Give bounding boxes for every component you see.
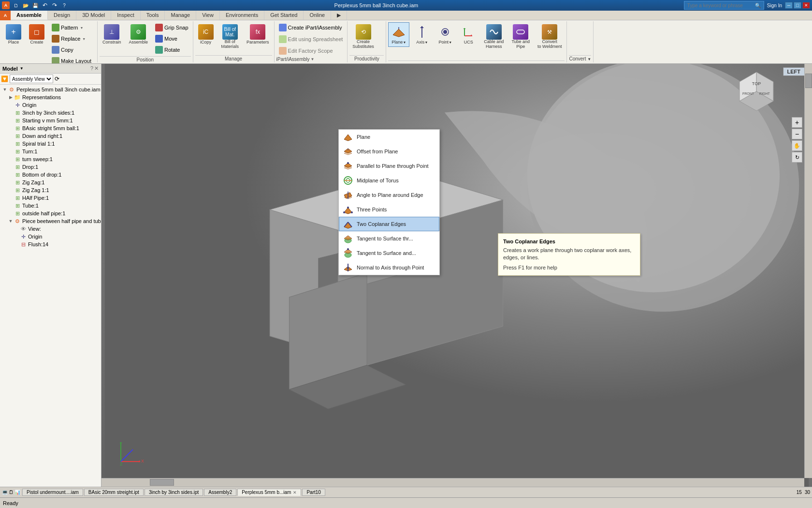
tree-item-piece-between[interactable]: ▼ ⚙ Piece beetween half pipe and tube:1 (1, 217, 100, 225)
tree-toggle-root[interactable]: ▼ (2, 87, 8, 92)
plane-menu-parallel[interactable]: Parallel to Plane through Point (339, 159, 439, 173)
restore-button[interactable]: □ (794, 2, 801, 9)
tree-toggle-halfpipe[interactable]: ▶ (8, 195, 14, 200)
tree-item-drop[interactable]: ▶ ⊞ Drop:1 (1, 163, 100, 171)
viewport-scrollbar-vertical[interactable] (804, 64, 812, 478)
manage-dropdown[interactable]: ▼ (311, 57, 315, 61)
plane-menu-three-points[interactable]: Three Points (339, 202, 439, 217)
icopy-button[interactable]: iC iCopy (195, 22, 217, 47)
copy-button[interactable]: Copy (49, 45, 95, 55)
model-panel-close[interactable]: ✕ (94, 65, 99, 72)
tab-basic-20mm[interactable]: BAsic 20mm streight.ipt (84, 489, 144, 496)
view-cube-label[interactable]: LEFT (783, 67, 805, 76)
tree-item-origin-sub[interactable]: ▶ ✛ Origin (1, 233, 100, 240)
viewport[interactable]: TOP RIGHT FRONT LEFT Z X + − ✋ ↻ (102, 64, 812, 487)
zoom-out-button[interactable]: − (792, 129, 802, 139)
rotate-button[interactable]: Rotate (153, 45, 191, 55)
tab-environments[interactable]: Environments (220, 11, 264, 20)
tree-toggle-zigzag[interactable]: ▶ (8, 180, 14, 185)
undo-button[interactable]: ↶ (41, 1, 49, 10)
tree-toggle-origin[interactable]: ▶ (8, 103, 14, 107)
tab-part10[interactable]: Part10 (302, 489, 325, 496)
tree-toggle-outside[interactable]: ▶ (8, 211, 14, 216)
plane-menu-plane[interactable]: Plane (339, 130, 439, 144)
move-button[interactable]: Move (153, 33, 191, 44)
plane-menu-tangent-edge[interactable]: Tangent to Surface thr... (339, 231, 439, 246)
plane-button[interactable]: Plane▼ (388, 22, 409, 47)
bom-button[interactable]: Bill ofMat. Bill ofMaterials (218, 22, 242, 51)
close-button[interactable]: ✕ (802, 2, 810, 9)
tab-3dmodel[interactable]: 3D Model (76, 11, 111, 20)
constrain-button[interactable]: ⊥ Constrain (100, 22, 124, 47)
tree-toggle-spiral[interactable]: ▶ (8, 141, 14, 146)
tree-item-zigzag[interactable]: ▶ ⊞ Zig Zag:1 (1, 179, 100, 186)
tree-toggle-origin-sub[interactable]: ▶ (14, 234, 19, 239)
tab-perplexus[interactable]: Perplexus 5mm b...iam ✕ (237, 489, 301, 496)
ucs-button[interactable]: UCS (458, 22, 479, 47)
view-mode-select[interactable]: Assembly View (10, 75, 53, 83)
convert-weldment-button[interactable]: ⚒ Convertto Weldment (535, 22, 565, 51)
redo-button[interactable]: ↷ (50, 1, 59, 10)
tree-item-bottom-drop[interactable]: ▶ ⊞ Bottom of drop:1 (1, 171, 100, 179)
tube-pipe-button[interactable]: Tube andPipe (508, 22, 533, 51)
tree-item-flush[interactable]: ▶ ⊟ Flush:14 (1, 240, 100, 248)
place-button[interactable]: + Place (3, 22, 24, 47)
sign-in-link[interactable]: Sign In (767, 3, 782, 8)
tree-toggle-turn-sweep[interactable]: ▶ (8, 157, 14, 162)
tree-item-3inch-sides[interactable]: ▶ ⊞ 3inch by 3inch sides:1 (1, 109, 100, 117)
plane-menu-normal-axis[interactable]: Normal to Axis through Point (339, 260, 439, 275)
tree-toggle-bottom[interactable]: ▶ (8, 172, 14, 177)
tree-item-spiral[interactable]: ▶ ⊞ Spiral trial 1:1 (1, 140, 100, 148)
filter-icon[interactable]: 🔽 (1, 75, 8, 82)
tree-toggle-view-sub[interactable]: ▶ (14, 226, 19, 231)
refresh-icon[interactable]: ⟳ (55, 75, 59, 82)
tree-toggle-drop[interactable]: ▶ (8, 164, 14, 169)
plane-menu-tangent-surface[interactable]: Tangent to Surface and... (339, 246, 439, 260)
grip-snap-button[interactable]: Grip Snap (153, 22, 191, 33)
tree-toggle-piece[interactable]: ▼ (8, 219, 14, 224)
plane-menu-midplane-torus[interactable]: Midplane of Torus (339, 173, 439, 188)
tab-design[interactable]: Design (48, 11, 76, 20)
tree-item-view-sub[interactable]: ▶ 👁 View: (1, 225, 100, 233)
create-substitutes-button[interactable]: ⟲ CreateSubstitutes (349, 22, 377, 51)
pattern-button[interactable]: Pattern▼ (49, 22, 95, 33)
tab-view[interactable]: View (196, 11, 220, 20)
point-button[interactable]: Point▼ (435, 22, 456, 47)
pan-button[interactable]: ✋ (792, 140, 802, 151)
tab-3inch-3inch[interactable]: 3inch by 3inch sides.ipt (145, 489, 203, 496)
plane-menu-offset[interactable]: Offset from Plane (339, 144, 439, 159)
tree-item-zigzag11[interactable]: ▶ ⊞ Zig Zag 1:1 (1, 186, 100, 194)
model-dropdown-arrow[interactable]: ▼ (20, 66, 24, 71)
tab-perplexus-close[interactable]: ✕ (293, 490, 297, 495)
view-cube[interactable]: TOP RIGHT FRONT LEFT (735, 70, 778, 113)
search-input[interactable] (687, 3, 755, 8)
help-button[interactable]: ? (60, 1, 69, 10)
tab-getstarted[interactable]: Get Started (264, 11, 304, 20)
tab-inspect[interactable]: Inspect (111, 11, 140, 20)
zoom-in-button[interactable]: + (792, 117, 802, 128)
tree-item-origin[interactable]: ▶ ✛ Origin (1, 101, 100, 109)
tree-item-representations[interactable]: ▶ 📁 Representations (1, 93, 100, 101)
create-button[interactable]: ◻ Create (26, 22, 47, 47)
tree-toggle-flush[interactable]: ▶ (14, 242, 19, 247)
plane-menu-two-coplanar[interactable]: Two Coplanar Edges (339, 217, 439, 231)
tab-tools[interactable]: Tools (141, 11, 165, 20)
create-ipart-button[interactable]: Create iPart/iAssembly (276, 22, 346, 33)
tree-item-starting-v[interactable]: ▶ ⊞ Starting v mm 5mm:1 (1, 117, 100, 124)
tab-pistol-undermount[interactable]: Pistol undermount....iam (22, 489, 83, 496)
tree-item-turn-sweep[interactable]: ▶ ⊞ turn sweep:1 (1, 155, 100, 163)
plane-menu-angle[interactable]: Angle to Plane around Edge (339, 188, 439, 202)
tab-manage[interactable]: Manage (165, 11, 196, 20)
assemble-button[interactable]: ⚙ Assemble (126, 22, 151, 47)
tree-toggle-tube[interactable]: ▶ (8, 203, 14, 208)
axis-button[interactable]: Axis▼ (411, 22, 433, 47)
tree-item-root[interactable]: ▼ ⚙ Perplexus 5mm ball 3inch cube.iam (1, 86, 100, 93)
tab-online[interactable]: Online (304, 11, 331, 20)
tree-toggle-down[interactable]: ▶ (8, 134, 14, 138)
tree-toggle-3inch[interactable]: ▶ (8, 110, 14, 115)
tab-arrow[interactable]: ▶ (331, 11, 347, 20)
tab-assemble[interactable]: Assemble (11, 11, 48, 20)
tree-item-halfpipe[interactable]: ▶ ⊞ HAlf Pipe:1 (1, 194, 100, 202)
make-layout-button[interactable]: Make Layout (49, 56, 95, 64)
tree-item-tube[interactable]: ▶ ⊞ Tube:1 (1, 202, 100, 209)
